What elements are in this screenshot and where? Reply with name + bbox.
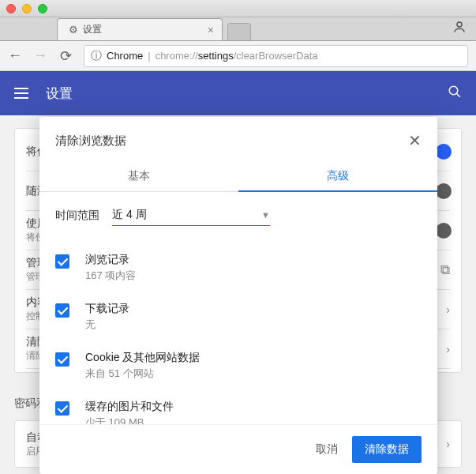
svg-point-0: [457, 22, 462, 27]
dialog-header: 清除浏览数据 ✕: [39, 117, 437, 161]
browser-tab-settings[interactable]: ⚙ 设置 ×: [57, 18, 223, 40]
time-range-row: 时间范围 近 4 周 ▼: [55, 205, 422, 226]
url-product: Chrome: [107, 50, 143, 62]
reload-button[interactable]: ⟳: [58, 47, 73, 65]
tab-title: 设置: [83, 23, 102, 36]
gear-icon: ⚙: [69, 24, 78, 36]
clear-data-button[interactable]: 清除数据: [352, 436, 422, 463]
option-subtitle: 无: [85, 318, 129, 332]
option-subtitle: 来自 51 个网站: [85, 367, 200, 381]
traffic-light-close[interactable]: [6, 4, 16, 13]
traffic-light-minimize[interactable]: [22, 4, 32, 13]
option-subtitle: 少于 109 MB: [85, 416, 174, 424]
time-range-label: 时间范围: [55, 209, 99, 223]
url-path-1: settings: [198, 50, 234, 62]
traffic-light-zoom[interactable]: [38, 4, 47, 13]
checkbox[interactable]: [55, 254, 69, 269]
tab-advanced[interactable]: 高级: [238, 161, 437, 191]
dialog-actions: 取消 清除数据: [39, 424, 437, 474]
profile-icon[interactable]: [452, 20, 467, 38]
search-icon[interactable]: [448, 85, 462, 103]
forward-button: →: [33, 47, 47, 64]
url-path-2: /clearBrowserData: [234, 50, 318, 62]
svg-point-1: [449, 86, 458, 95]
site-info-icon[interactable]: ⓘ: [91, 49, 102, 63]
cancel-button[interactable]: 取消: [316, 442, 338, 457]
option-row: 下载记录无: [55, 292, 422, 341]
checkbox[interactable]: [55, 352, 69, 367]
url-separator: |: [148, 50, 150, 62]
option-title: 缓存的图片和文件: [85, 400, 174, 414]
url-scheme: chrome://: [156, 50, 198, 62]
back-button[interactable]: ←: [8, 47, 22, 64]
menu-icon[interactable]: [14, 88, 28, 99]
new-tab-button[interactable]: [227, 23, 251, 40]
tab-strip: ⚙ 设置 ×: [0, 17, 476, 41]
checkbox[interactable]: [55, 303, 69, 318]
svg-line-2: [456, 93, 460, 97]
clear-data-dialog: 清除浏览数据 ✕ 基本 高级 时间范围 近 4 周 ▼ 浏览记录167 项内容下…: [39, 117, 437, 474]
option-title: 下载记录: [85, 302, 129, 316]
option-row: Cookie 及其他网站数据来自 51 个网站: [55, 341, 422, 390]
time-range-value: 近 4 周: [112, 208, 147, 222]
option-row: 浏览记录167 项内容: [55, 243, 422, 292]
option-row: 缓存的图片和文件少于 109 MB: [55, 390, 422, 424]
close-tab-icon[interactable]: ×: [208, 24, 214, 36]
address-bar[interactable]: ⓘ Chrome | chrome://settings/clearBrowse…: [84, 45, 468, 67]
toolbar: ← → ⟳ ⓘ Chrome | chrome://settings/clear…: [0, 41, 476, 71]
time-range-select[interactable]: 近 4 周 ▼: [112, 205, 270, 226]
checkbox[interactable]: [55, 401, 69, 416]
option-subtitle: 167 项内容: [85, 269, 136, 283]
dialog-tabs: 基本 高级: [39, 161, 437, 192]
dialog-title: 清除浏览数据: [55, 134, 126, 149]
window-titlebar: [0, 0, 476, 17]
app-header: 设置: [0, 71, 476, 115]
dialog-body: 时间范围 近 4 周 ▼ 浏览记录167 项内容下载记录无Cookie 及其他网…: [39, 192, 437, 424]
page-title: 设置: [46, 85, 73, 103]
tab-basic[interactable]: 基本: [39, 161, 238, 191]
option-title: Cookie 及其他网站数据: [85, 351, 200, 365]
close-icon[interactable]: ✕: [408, 131, 422, 150]
option-title: 浏览记录: [85, 253, 136, 267]
chevron-down-icon: ▼: [261, 210, 270, 220]
